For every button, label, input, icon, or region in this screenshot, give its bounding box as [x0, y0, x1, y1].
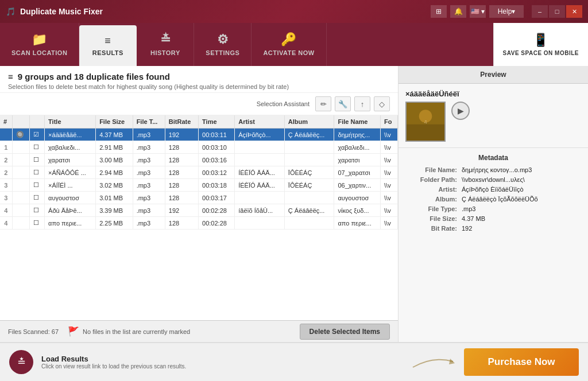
table-cell	[12, 166, 30, 179]
table-cell: 128	[165, 154, 198, 166]
notification-button[interactable]: 🔔	[450, 5, 466, 18]
table-cell: χαρατσι	[334, 154, 381, 166]
wrench-selection-button[interactable]: 🔧	[335, 96, 351, 111]
export-selection-button[interactable]: ↑	[354, 96, 370, 111]
flag-button[interactable]: 🇺🇸 ▾	[470, 5, 486, 18]
table-cell: .mp3	[133, 154, 165, 166]
table-row[interactable]: 2☐χαρατσι3.00 MB.mp312800:03:16χαρατσι\\…	[0, 154, 398, 166]
table-row[interactable]: 🔘☑×áääëåäë...4.37 MB.mp319200:03:11ÁçíÞõ…	[0, 129, 398, 141]
table-row[interactable]: 4☐απο περιε...2.25 MB.mp312800:02:28απο …	[0, 217, 398, 230]
metadata-row: Artist: ÁçíÞõñçò ÈïïõáëÜïïçò	[405, 186, 581, 193]
meta-value: δημήτρης κοντογ...ο.mp3	[462, 166, 532, 173]
minimize-button[interactable]: –	[532, 5, 548, 18]
preview-header: Preview	[399, 66, 588, 84]
nav-results-label: RESULTS	[92, 49, 123, 56]
history-icon: ≛	[160, 33, 171, 46]
table-row[interactable]: 4☐Áðù ÄåÞë...3.39 MB.mp319200:02:28íâëïõ…	[0, 204, 398, 217]
title-bar: 🎵 Duplicate Music Fixer ⊞ 🔔 🇺🇸 ▾ Help ▾ …	[0, 0, 588, 23]
table-cell: 128	[165, 192, 198, 204]
table-cell: 3	[0, 192, 12, 204]
nav-activate[interactable]: 🔑 ACTIVATE NOW	[252, 23, 326, 66]
col-group: #	[0, 115, 12, 129]
table-cell: Ç Áëáâëëç...	[284, 204, 334, 217]
svg-marker-4	[449, 359, 455, 364]
table-row[interactable]: 2☐×ÁÑÁÔÓÉ ...2.94 MB.mp312800:03:12ÍÉÊÏÓ…	[0, 166, 398, 179]
nav-scan-location[interactable]: 📁 SCAN LOCATION	[0, 23, 79, 66]
table-cell: 2.91 MB	[96, 141, 133, 154]
grid-button[interactable]: ⊞	[431, 5, 447, 18]
table-row[interactable]: 3☐×ÁÍÏÉÌ ...3.02 MB.mp312800:03:18ÍÉÊÏÓ …	[0, 179, 398, 192]
table-row[interactable]: 1☐χαβαλιεδι...2.91 MB.mp312800:03:10χαβα…	[0, 141, 398, 154]
close-button[interactable]: ✕	[566, 5, 582, 18]
nav-save-space[interactable]: 📱 SAVE SPACE ON MOBILE	[493, 23, 588, 66]
col-bitrate: BitRate	[165, 115, 198, 129]
table-cell: 3.00 MB	[96, 154, 133, 166]
table-cell: 128	[165, 179, 198, 192]
meta-value: ÁçíÞõñçò ÈïïõáëÜïïçò	[462, 186, 524, 193]
purchase-now-button[interactable]: Purchase Now	[464, 348, 579, 376]
table-cell	[284, 141, 334, 154]
help-button[interactable]: Help ▾	[489, 5, 524, 18]
meta-label: File Size:	[405, 215, 457, 222]
nav-save-label: SAVE SPACE ON MOBILE	[503, 50, 579, 56]
table-cell: 192	[165, 204, 198, 217]
results-table[interactable]: # Title File Size File T... BitRate Time…	[0, 115, 398, 320]
main-content: ≡ 9 groups and 18 duplicate files found …	[0, 66, 588, 342]
edit-selection-button[interactable]: ✏	[315, 96, 331, 111]
table-cell: .mp3	[133, 141, 165, 154]
table-cell: 128	[165, 166, 198, 179]
table-cell: ÍÉÊÏÓ ÄÁÄ...	[235, 179, 285, 192]
nav-history[interactable]: ≛ HISTORY	[137, 23, 194, 66]
arrow-decoration	[410, 353, 456, 372]
nav-results[interactable]: ≡ RESULTS	[79, 25, 137, 66]
logo-icon: 🎵	[6, 7, 16, 16]
metadata-row: File Type: .mp3	[405, 205, 581, 212]
table-cell: 4	[0, 217, 12, 230]
maximize-button[interactable]: □	[549, 5, 565, 18]
window-controls: – □ ✕	[532, 5, 582, 18]
results-header: ≡ 9 groups and 18 duplicate files found …	[0, 66, 398, 93]
hamburger-icon: ≡	[8, 72, 13, 81]
table-cell: αυγουστοσ	[334, 192, 381, 204]
nav-settings[interactable]: ⚙ SETTINGS	[194, 23, 252, 66]
table-cell: .mp3	[133, 166, 165, 179]
table-cell: íâëïõ ÍõåÙ...	[235, 204, 285, 217]
play-button[interactable]: ▶	[451, 102, 470, 120]
table-cell: Ç Áëáâëëç...	[284, 129, 334, 141]
table-cell: ☐	[30, 154, 45, 166]
table-cell: Áðù ÄåÞë...	[45, 204, 96, 217]
table-cell: νίκος ξυδ...	[334, 204, 381, 217]
mobile-icon: 📱	[533, 33, 548, 48]
table-cell: απο περιε...	[45, 217, 96, 230]
metadata-row: Album: Ç Áëáâëëçò ÏçõÃõõëëÜÕõ	[405, 196, 581, 203]
table-cell	[0, 129, 12, 141]
meta-value: Ç Áëáâëëçò ÏçõÃõõëëÜÕõ	[462, 196, 538, 203]
table-cell: 2	[0, 154, 12, 166]
table-cell: ×áääëåäë...	[45, 129, 96, 141]
table-cell: 00:03:18	[199, 179, 235, 192]
table-cell: 00:02:28	[199, 204, 235, 217]
table-cell: 3.02 MB	[96, 179, 133, 192]
delete-selected-button[interactable]: Delete Selected Items	[300, 324, 390, 340]
svg-text:♫: ♫	[424, 119, 427, 125]
table-cell: χαρατσι	[45, 154, 96, 166]
table-cell: .mp3	[133, 192, 165, 204]
table-cell	[12, 217, 30, 230]
selection-bar: Selection Assistant ✏ 🔧 ↑ ◇	[0, 93, 398, 115]
table-cell	[235, 141, 285, 154]
clear-selection-button[interactable]: ◇	[374, 96, 390, 111]
table-cell: \\v	[381, 204, 398, 217]
table-row[interactable]: 3☐αυγουστοσ3.01 MB.mp312800:03:17αυγουστ…	[0, 192, 398, 204]
table-cell	[235, 154, 285, 166]
table-cell	[12, 179, 30, 192]
table-cell: ☐	[30, 166, 45, 179]
meta-label: File Type:	[405, 205, 457, 212]
metadata-row: File Name: δημήτρης κοντογ...ο.mp3	[405, 166, 581, 173]
table-cell: 06_χαρτιν...	[334, 179, 381, 192]
key-icon: 🔑	[281, 33, 297, 46]
meta-value: 192	[462, 225, 472, 232]
col-radio	[12, 115, 30, 129]
table-cell: ☐	[30, 204, 45, 217]
table-cell: \\v	[381, 129, 398, 141]
svg-rect-2	[407, 125, 444, 141]
